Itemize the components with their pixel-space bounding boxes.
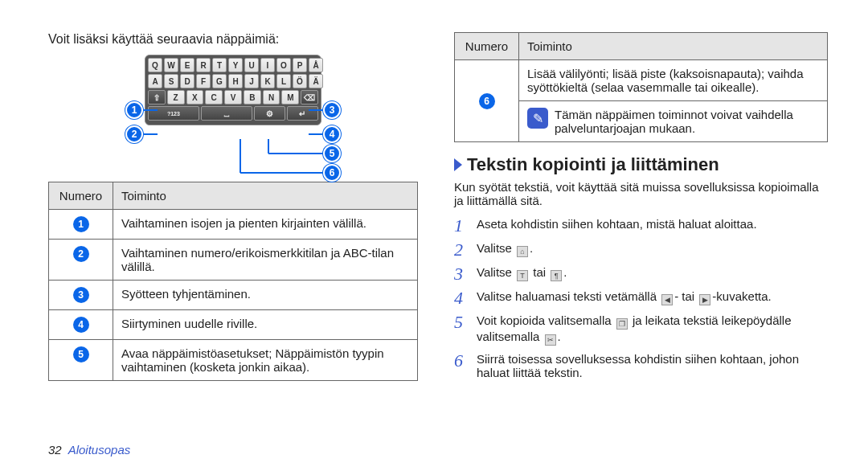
key-m: M <box>281 90 299 104</box>
footer-text: Aloitusopas <box>68 443 131 457</box>
drag-right-icon: ▶ <box>699 294 710 305</box>
key-x: X <box>186 90 204 104</box>
step-4: Valitse haluamasi teksti vetämällä ◀- ta… <box>477 289 772 305</box>
cut-icon: ✂ <box>545 334 556 346</box>
key-å: Å <box>309 58 323 72</box>
key-o: O <box>276 58 291 72</box>
key-a: A <box>148 74 162 88</box>
th-toiminto: Toiminto <box>113 182 418 210</box>
key-w: W <box>164 58 178 72</box>
key-s: S <box>164 74 178 88</box>
section-heading: Tekstin kopiointi ja liittäminen <box>454 154 828 175</box>
select-t-icon: T <box>517 270 528 281</box>
key-l: L <box>276 74 291 88</box>
row-text: Avaa näppäimistöasetukset; Näppäimistön … <box>113 340 418 381</box>
home-icon: ⌂ <box>517 246 528 257</box>
intro-text: Voit lisäksi käyttää seuraavia näppäimiä… <box>48 32 418 47</box>
row-text: Vaihtaminen numero/erikoismerkkitilan ja… <box>113 240 418 281</box>
note-text: Tämän näppäimen toiminnot voivat vaihdel… <box>555 108 819 135</box>
row-num: 1 <box>73 216 89 232</box>
page-number: 32 <box>48 443 62 457</box>
section-sub: Kun syötät tekstiä, voit käyttää sitä mu… <box>454 180 828 207</box>
callout-2: 2 <box>125 125 143 143</box>
key-v: V <box>224 90 242 104</box>
drag-left-icon: ◀ <box>661 294 673 305</box>
step-5: Voit kopioida valitsemalla ❐ ja leikata … <box>477 313 828 346</box>
key-z: Z <box>167 90 185 104</box>
step-2: Valitse ⌂. <box>477 241 533 257</box>
step-6: Siirrä toisessa sovelluksessa kohdistin … <box>477 352 828 379</box>
key-g: G <box>212 74 227 88</box>
row-text: Syötteen tyhjentäminen. <box>113 281 418 310</box>
callout-4: 4 <box>323 125 341 143</box>
callout-5: 5 <box>323 145 341 162</box>
key-p: P <box>293 58 307 72</box>
page-footer: 32 Aloitusopas <box>48 443 130 457</box>
key-y: Y <box>228 58 243 72</box>
key-j: J <box>244 74 259 88</box>
key-d: D <box>180 74 194 88</box>
function-table-left: Numero Toiminto 1Vaihtaminen isojen ja p… <box>48 182 418 381</box>
callout-3: 3 <box>323 101 341 119</box>
key-k: K <box>260 74 275 88</box>
key-n: N <box>263 90 280 104</box>
step-3: Valitse T tai ¶. <box>477 265 567 281</box>
step-1: Aseta kohdistin siihen kohtaan, mistä ha… <box>477 217 757 231</box>
steps-list: 1Aseta kohdistin siihen kohtaan, mistä h… <box>454 217 828 379</box>
settings-key: ⚙ <box>254 106 285 121</box>
key-f: F <box>196 74 211 88</box>
callout-6: 6 <box>323 164 341 182</box>
space-key: ⎵ <box>201 106 252 121</box>
th-numero-r: Numero <box>455 33 519 60</box>
select-alt-icon: ¶ <box>551 270 562 281</box>
key-e: E <box>180 58 194 72</box>
key-r: R <box>196 58 211 72</box>
th-numero: Numero <box>49 182 113 210</box>
callout-1: 1 <box>125 101 143 119</box>
symbols-key: ?123 <box>148 106 199 121</box>
row-text: Siirtyminen uudelle riville. <box>113 310 418 340</box>
backspace-key: ⌫ <box>301 90 318 104</box>
key-h: H <box>228 74 243 88</box>
key-c: C <box>205 90 223 104</box>
note-icon: ✎ <box>527 108 548 129</box>
key-i: I <box>260 58 275 72</box>
keyboard-diagram: QWERTYUIOPÅ ASDFGHJKLÖÄ ⇧ ZXCVBNM ⌫ ?123… <box>129 55 338 158</box>
row-num: 5 <box>73 346 89 362</box>
row6-num: 6 <box>479 93 495 109</box>
key-q: Q <box>148 58 162 72</box>
function-table-right: Numero Toiminto 6 Lisää välilyönti; lisä… <box>454 32 828 142</box>
row-text: Vaihtaminen isojen ja pienten kirjainten… <box>113 210 418 240</box>
enter-key: ↵ <box>287 106 318 121</box>
row-num: 4 <box>73 317 89 333</box>
row-num: 3 <box>73 287 89 303</box>
copy-icon: ❐ <box>616 318 628 330</box>
row-num: 2 <box>73 246 89 262</box>
key-u: U <box>244 58 259 72</box>
th-toiminto-r: Toiminto <box>519 33 828 60</box>
key-ö: Ö <box>293 74 307 88</box>
row6-text: Lisää välilyönti; lisää piste (kaksoisna… <box>519 60 828 101</box>
key-b: B <box>244 90 261 104</box>
key-ä: Ä <box>309 74 323 88</box>
key-t: T <box>212 58 227 72</box>
chevron-icon <box>454 158 462 171</box>
shift-key: ⇧ <box>148 90 166 104</box>
